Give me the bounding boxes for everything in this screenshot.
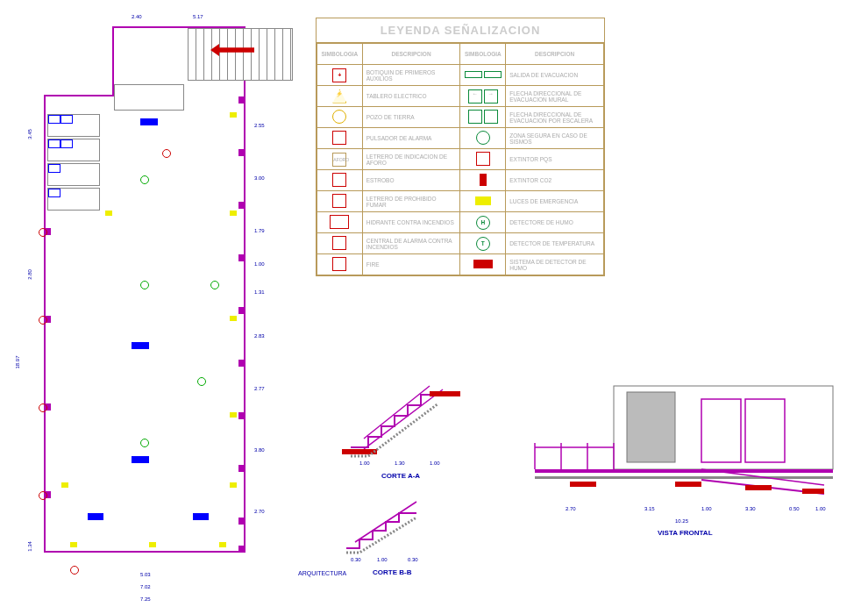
section-title: CORTE A-A (381, 472, 420, 480)
dimension-label: 1.00 (430, 460, 440, 466)
strobe-icon (332, 173, 346, 187)
legend-desc: ZONA SEGURA EN CASO DE SISMOS (506, 128, 604, 149)
legend-hdr: DESCRIPCION (362, 44, 460, 65)
dimension-label: 2.80 (27, 269, 32, 280)
legend-desc: HIDRANTE CONTRA INCENDIOS (362, 212, 460, 233)
dimension-label: 3.15 (644, 506, 655, 511)
svg-rect-19 (802, 489, 824, 494)
legend-desc: POZO DE TIERRA (362, 107, 460, 128)
alarm-pull-icon (332, 131, 346, 145)
legend-title: LEYENDA SEÑALIZACION (317, 18, 604, 43)
smoke-detector-icon: H (476, 216, 490, 230)
legend-desc: PULSADOR DE ALARMA (362, 128, 460, 149)
dimension-label: 1.34 (27, 541, 32, 552)
dimension-label: 3.80 (254, 447, 265, 453)
svg-line-4 (355, 502, 416, 542)
blue-marker-icon (193, 513, 209, 520)
salida-icon (465, 71, 502, 78)
fixture-icon (48, 189, 60, 197)
blue-marker-icon (88, 513, 103, 520)
bathroom (47, 188, 100, 211)
dimension-label: 0.30 (351, 557, 361, 562)
legend-desc: DETECTOR DE TEMPERATURA (506, 233, 604, 254)
bathroom (47, 163, 100, 186)
emergency-light-icon (230, 482, 237, 488)
column-mark-icon (238, 518, 245, 525)
column-mark-icon (238, 254, 245, 261)
dimension-label: 3.30 (745, 506, 756, 511)
smoke-detector-icon (197, 377, 206, 386)
dimension-label: 1.00 (377, 557, 388, 562)
dimension-label: 0.50 (789, 506, 800, 511)
dimension-label: 2.70 (566, 506, 576, 511)
dimension-label: 5.03 (140, 572, 151, 577)
stair-arrow-icon (468, 110, 498, 124)
legend-desc: CENTRAL DE ALARMA CONTRA INCENDIOS (362, 233, 460, 254)
svg-line-1 (364, 386, 430, 439)
fixture-icon (48, 164, 60, 173)
svg-rect-7 (701, 399, 741, 462)
legend-desc: FLECHA DIRECCIONAL DE EVACUACION MURAL (506, 86, 604, 107)
first-aid-icon: + (332, 68, 346, 82)
alarm-icon (39, 491, 47, 500)
blue-marker-icon (132, 456, 149, 463)
column-mark-icon (238, 149, 245, 156)
emergency-light-icon (219, 542, 226, 547)
column-mark-icon (238, 465, 245, 472)
svg-rect-16 (570, 482, 596, 487)
dimension-label: 1.31 (254, 289, 265, 295)
emergency-light-icon (149, 542, 156, 547)
smoke-detector-icon (210, 281, 219, 289)
alarm-icon (70, 566, 79, 575)
dimension-label: 1.79 (254, 228, 265, 233)
legend-desc: FIRE (362, 254, 460, 275)
legend-desc: LETRERO DE INDICACION DE AFORO (362, 149, 460, 170)
column-mark-icon (238, 412, 245, 419)
bathroom (47, 139, 100, 161)
seismic-zone-icon (476, 131, 490, 145)
bathroom (47, 114, 100, 137)
alarm-central-icon (332, 236, 346, 250)
alarm-icon (39, 316, 47, 325)
smoke-detector-icon (140, 175, 149, 184)
dimension-label: 2.55 (254, 123, 265, 128)
column-mark-icon (238, 96, 245, 104)
emergency-light-icon (105, 211, 112, 216)
dimension-label: 0.30 (408, 557, 418, 562)
legend-hdr: DESCRIPCION (506, 44, 604, 65)
dimension-label: 1.00 (254, 261, 265, 267)
electric-panel-icon: ⚡ (332, 89, 346, 104)
room-partition (114, 84, 184, 111)
dimension-label: 2.70 (254, 509, 265, 514)
emergency-light-icon (475, 196, 491, 205)
temp-detector-icon: T (476, 237, 490, 251)
legend-table: SIMBOLOGIA DESCRIPCION SIMBOLOGIA DESCRI… (317, 43, 604, 275)
blue-marker-icon (140, 118, 158, 125)
dimension-label: 1.00 (815, 506, 826, 511)
extintor-pqs-icon (476, 152, 490, 166)
emergency-light-icon (230, 112, 237, 118)
column-mark-icon (238, 360, 245, 367)
extintor-co2-icon (480, 174, 487, 186)
legend-desc: LETRERO DE PROHIBIDO FUMAR (362, 191, 460, 212)
section-corte-b: 0.30 1.00 0.30 CORTE B-B (333, 491, 465, 579)
alarm-icon (39, 403, 47, 412)
ground-well-icon (332, 110, 346, 124)
plan-offset-corner (44, 26, 114, 96)
dimension-label: 2.83 (254, 333, 265, 339)
column-mark-icon (238, 307, 245, 314)
aforo-icon: AFORO (332, 153, 346, 167)
svg-rect-18 (745, 485, 772, 490)
legend-desc: DETECTORE DE HUMO (506, 212, 604, 233)
arrow-green-icon: ←→ (468, 89, 498, 104)
fixture-icon (60, 139, 73, 148)
legend-desc: SISTEMA DE DETECTOR DE HUMO (506, 254, 604, 275)
smoke-detector-icon (140, 439, 149, 447)
dimension-label: 7.25 (140, 596, 151, 602)
section-title: VISTA FRONTAL (658, 529, 713, 537)
front-elevation-icon (526, 382, 842, 504)
svg-rect-6 (627, 392, 675, 462)
alarm-icon (39, 228, 47, 237)
legend-box: LEYENDA SEÑALIZACION SIMBOLOGIA DESCRIPC… (316, 18, 605, 276)
emergency-light-icon (230, 412, 237, 418)
